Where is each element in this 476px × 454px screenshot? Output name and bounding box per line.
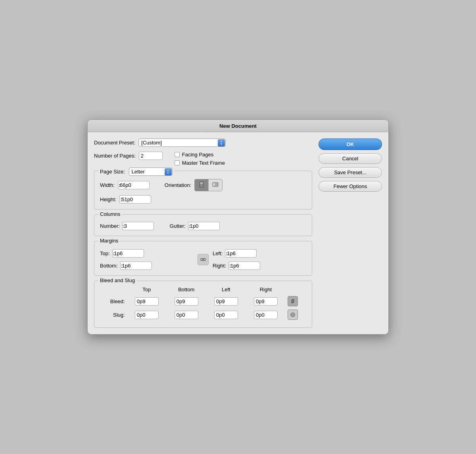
columns-number-wrapper: ▲ ▼ [122, 222, 154, 230]
portrait-button[interactable] [195, 179, 209, 191]
pages-checkboxes-row: Number of Pages: Facing Pages Master Tex… [94, 152, 312, 166]
col-gutter-down[interactable]: ▼ [189, 226, 191, 228]
col-left-header: Left [207, 287, 246, 294]
landscape-button[interactable] [209, 179, 222, 191]
height-spin-arrows[interactable]: ▲ ▼ [120, 197, 122, 202]
bleed-link-icon[interactable] [288, 296, 298, 306]
svg-rect-3 [213, 183, 215, 186]
facing-pages-row: Facing Pages [175, 152, 225, 158]
page-size-select[interactable]: Letter A4 A3 Tabloid Custom [129, 167, 173, 176]
margin-right-down[interactable]: ▼ [229, 266, 231, 268]
margin-bottom-label: Bottom: [100, 263, 118, 269]
preset-select-wrapper: [Custom] Default Letter A4 [138, 139, 226, 147]
width-input[interactable] [118, 181, 150, 189]
margin-bottom-wrapper: ▲ ▼ [120, 262, 152, 270]
preset-label: Document Preset: [94, 140, 135, 146]
margin-left-spin[interactable]: ▲ ▼ [226, 251, 228, 256]
margin-right-row: Right: ▲ ▼ [213, 262, 306, 270]
height-input[interactable] [119, 195, 151, 204]
checkboxes-col: Facing Pages Master Text Frame [175, 152, 225, 166]
margin-bottom-row: Bottom: ▲ ▼ [100, 262, 194, 270]
pages-row: Number of Pages: [94, 152, 163, 160]
margin-bottom-input[interactable] [120, 262, 152, 270]
margin-right-spin[interactable]: ▲ ▼ [229, 264, 231, 268]
margin-right-input[interactable] [228, 262, 260, 270]
margin-left-row: Left: ▲ ▼ [213, 249, 306, 258]
pages-input[interactable] [139, 152, 163, 160]
margin-right-wrapper: ▲ ▼ [228, 262, 260, 270]
master-text-checkbox[interactable] [175, 160, 180, 165]
cancel-button[interactable]: Cancel [319, 153, 382, 164]
margin-left-input[interactable] [225, 249, 257, 258]
preset-select[interactable]: [Custom] Default Letter A4 [138, 139, 226, 147]
margin-left-down[interactable]: ▼ [226, 254, 228, 256]
bleed-top-input[interactable] [135, 297, 159, 306]
margins-chain-icon[interactable] [198, 254, 209, 265]
columns-number-label: Number: [100, 223, 120, 229]
height-input-wrapper: ▲ ▼ [119, 195, 151, 204]
bleed-left-input[interactable] [214, 297, 238, 306]
page-size-group-label: Page Size: [100, 169, 125, 175]
columns-section: Columns Number: ▲ ▼ Gutter: [94, 214, 312, 236]
margin-top-row: Top: ▲ ▼ [100, 249, 194, 258]
slug-star-icon[interactable] [288, 310, 298, 320]
columns-label: Columns [98, 211, 122, 217]
page-size-select-inline: Letter A4 A3 Tabloid Custom [129, 169, 173, 175]
columns-gutter-wrapper: ▲ ▼ [188, 222, 220, 230]
margins-section: Margins Top: ▲ ▼ [94, 241, 312, 276]
margins-label: Margins [98, 238, 120, 244]
margin-top-down[interactable]: ▼ [113, 254, 115, 256]
margin-top-label: Top: [100, 250, 110, 256]
new-document-dialog: New Document Document Preset: [Custom] D… [87, 119, 389, 335]
save-preset-button[interactable]: Save Preset... [319, 167, 382, 178]
slug-row: Slug: [101, 308, 305, 321]
slug-left-input[interactable] [214, 311, 238, 319]
col-num-down[interactable]: ▼ [123, 226, 125, 228]
width-down-arrow[interactable]: ▼ [119, 185, 121, 187]
bleed-bottom-input[interactable] [175, 297, 198, 306]
height-label: Height: [100, 196, 116, 202]
width-row: Width: ▲ ▼ Orientation: [100, 179, 306, 191]
margin-top-input[interactable] [112, 249, 144, 258]
columns-number-spin[interactable]: ▲ ▼ [123, 224, 125, 228]
bleed-row: Bleed: [101, 295, 305, 308]
master-text-row: Master Text Frame [175, 160, 225, 166]
ok-button[interactable]: OK [319, 139, 382, 150]
height-down-arrow[interactable]: ▼ [120, 200, 122, 202]
slug-right-input[interactable] [254, 311, 278, 319]
margin-bottom-spin[interactable]: ▲ ▼ [121, 264, 123, 268]
columns-gutter-label: Gutter: [170, 223, 186, 229]
master-text-label: Master Text Frame [182, 160, 225, 166]
svg-point-9 [292, 314, 294, 315]
right-panel: OK Cancel Save Preset... Fewer Options [319, 139, 382, 328]
fewer-options-button[interactable]: Fewer Options [319, 181, 382, 192]
col-top-header: Top [127, 287, 166, 294]
bleed-right-input[interactable] [254, 297, 278, 306]
columns-gutter-spin[interactable]: ▲ ▼ [189, 224, 191, 228]
facing-pages-label: Facing Pages [182, 152, 214, 158]
title-text: New Document [219, 123, 257, 129]
bleed-slug-section: Bleed and Slug Top Bottom Left Right [94, 281, 312, 328]
height-row: Height: ▲ ▼ [100, 195, 306, 204]
margin-right-label: Right: [213, 263, 226, 269]
col-bottom-header: Bottom [167, 287, 206, 294]
margin-left-label: Left: [213, 250, 223, 256]
columns-number-input[interactable] [122, 222, 154, 230]
columns-gutter-input[interactable] [188, 222, 220, 230]
left-panel: Document Preset: [Custom] Default Letter… [94, 139, 312, 328]
preset-row: Document Preset: [Custom] Default Letter… [94, 139, 312, 147]
slug-bottom-input[interactable] [175, 311, 198, 319]
margin-left-wrapper: ▲ ▼ [225, 249, 257, 258]
width-label: Width: [100, 182, 115, 188]
bleed-slug-label: Bleed and Slug [98, 277, 136, 283]
pages-label: Number of Pages: [94, 153, 136, 159]
page-size-label: Page Size: Letter A4 A3 Tabloid Custom [98, 167, 174, 176]
width-spin-arrows[interactable]: ▲ ▼ [119, 183, 121, 187]
slug-top-input[interactable] [135, 311, 159, 319]
margin-bottom-down[interactable]: ▼ [121, 266, 123, 268]
orientation-label: Orientation: [165, 182, 191, 188]
page-size-section: Page Size: Letter A4 A3 Tabloid Custom [94, 171, 312, 210]
margin-top-spin[interactable]: ▲ ▼ [113, 251, 115, 256]
columns-number-row: Number: ▲ ▼ [100, 222, 154, 230]
facing-pages-checkbox[interactable] [175, 152, 180, 157]
